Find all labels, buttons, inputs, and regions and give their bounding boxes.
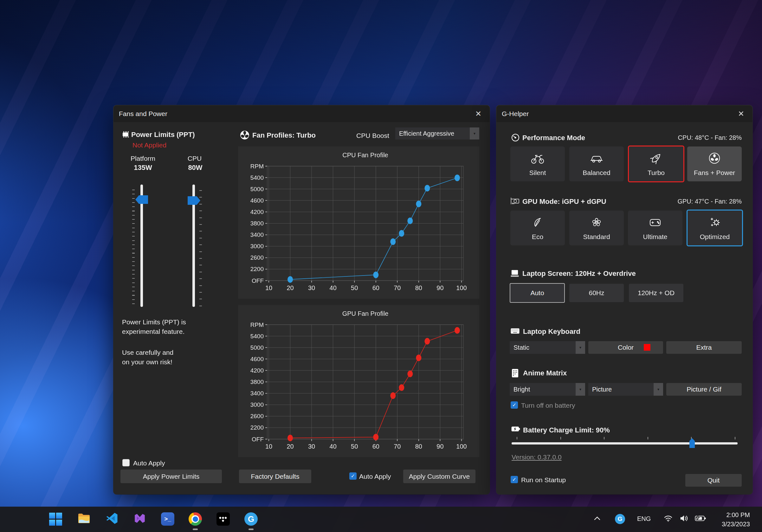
power-auto-apply-label: Auto Apply — [133, 459, 165, 467]
ghelper-icon: G — [244, 512, 258, 526]
laptop-keyboard-heading: Laptop Keyboard — [523, 328, 580, 336]
curve-point[interactable] — [390, 238, 396, 245]
chevron-down-icon[interactable]: ▾ — [575, 383, 585, 396]
tray-battery[interactable] — [693, 512, 708, 526]
close-icon[interactable]: ✕ — [471, 108, 485, 120]
taskbar-terminal[interactable]: >_ — [161, 512, 175, 526]
curve-point[interactable] — [373, 434, 378, 440]
curve-point[interactable] — [399, 384, 404, 391]
svg-text:OFF: OFF — [252, 277, 264, 284]
curve-point[interactable] — [407, 371, 413, 377]
mode-button-label: Silent — [529, 169, 546, 177]
curve-point[interactable] — [416, 201, 421, 207]
svg-text:70: 70 — [394, 284, 401, 291]
screen-button-120hz-od[interactable]: 120Hz + OD — [629, 284, 683, 302]
svg-text:3800: 3800 — [251, 220, 264, 227]
tray-wifi[interactable] — [662, 512, 674, 526]
screen-button-60hz[interactable]: 60Hz — [569, 284, 624, 302]
battery-slider-track[interactable] — [511, 442, 737, 444]
chevron-down-icon[interactable]: ▾ — [470, 127, 479, 139]
curve-point[interactable] — [455, 175, 460, 181]
tray-ghelper-icon[interactable]: G — [614, 512, 626, 526]
bulb-gear-icon — [708, 215, 722, 229]
cpu-fan-chart[interactable]: CPU Fan ProfileRPM5400500046004200380034… — [238, 146, 479, 300]
curve-point[interactable] — [287, 276, 293, 283]
gauge-icon — [511, 133, 520, 143]
cpu-boost-label: CPU Boost — [356, 132, 389, 139]
gpu-button-label: Eco — [532, 233, 543, 241]
ghelper-titlebar[interactable]: G-Helper — [496, 105, 752, 122]
curve-point[interactable] — [407, 217, 413, 224]
ppt-warning-line4: on your own risk! — [122, 358, 173, 366]
fans-window-titlebar[interactable]: Fans and Power — [114, 105, 490, 122]
curve-point[interactable] — [455, 327, 460, 334]
mode-button-fans-power[interactable]: Fans + Power — [687, 146, 742, 181]
gpu-button-standard[interactable]: Standard — [569, 210, 624, 245]
curve-point[interactable] — [424, 185, 430, 191]
svg-text:3000: 3000 — [251, 401, 264, 408]
version-link-text[interactable]: Version: 0.37.0.0 — [511, 453, 562, 461]
svg-text:3800: 3800 — [251, 379, 264, 385]
apply-custom-curve-button[interactable]: Apply Custom Curve — [403, 470, 476, 483]
gpu-button-eco[interactable]: Eco — [510, 210, 565, 245]
svg-text:90: 90 — [436, 284, 443, 291]
screen-button-auto[interactable]: Auto — [510, 283, 565, 303]
gpu-fan-profile[interactable]: GPU Fan ProfileRPM5400500046004200380034… — [238, 305, 479, 457]
taskbar-file-explorer[interactable] — [77, 512, 91, 526]
mode-button-silent[interactable]: Silent — [510, 146, 565, 181]
chevron-down-icon[interactable]: ▾ — [575, 341, 585, 354]
curve-auto-apply-checkbox[interactable]: ✓ — [349, 472, 356, 480]
battery-slider-thumb[interactable] — [689, 438, 695, 448]
curve-point[interactable] — [390, 392, 396, 399]
cpu-fan-profile[interactable]: CPU Fan ProfileRPM5400500046004200380034… — [238, 146, 479, 299]
cpu-boost-dropdown[interactable]: Efficient Aggressive ▾ — [395, 127, 479, 139]
chevron-down-icon[interactable]: ▾ — [653, 383, 663, 396]
curve-point[interactable] — [399, 230, 404, 237]
cpu-slider-thumb[interactable] — [188, 196, 200, 205]
gpu-temp-status: GPU: 47°C - Fan: 28% — [677, 198, 742, 205]
svg-text:3000: 3000 — [251, 243, 264, 250]
taskbar-vscode[interactable] — [105, 512, 119, 526]
cpu-fan-chart-panel: CPU Fan ProfileRPM5400500046004200380034… — [238, 146, 479, 299]
chip-icon — [121, 130, 130, 140]
svg-text:80: 80 — [415, 443, 422, 450]
mode-button-balanced[interactable]: Balanced — [569, 146, 624, 181]
matrix-mode-dropdown[interactable]: Picture ▾ — [588, 383, 663, 396]
matrix-battery-checkbox-label: Turn off on battery — [521, 402, 575, 409]
tray-language[interactable]: ENG — [637, 515, 651, 522]
keyboard-color-button[interactable]: Color — [588, 341, 663, 354]
curve-point[interactable] — [373, 271, 378, 278]
taskbar-chrome[interactable] — [188, 512, 202, 526]
taskbar-tidal[interactable]: ◆◆◆◆ — [216, 512, 230, 526]
matrix-picture-gif-button[interactable]: Picture / Gif — [666, 383, 742, 396]
wifi-icon — [663, 514, 673, 523]
matrix-battery-checkbox[interactable]: ✓ — [511, 401, 518, 409]
gpu-button-ultimate[interactable]: Ultimate — [628, 210, 682, 245]
mode-button-turbo[interactable]: Turbo — [628, 145, 684, 182]
factory-defaults-button[interactable]: Factory Defaults — [239, 470, 311, 483]
power-auto-apply-checkbox[interactable] — [122, 459, 130, 466]
start-button[interactable] — [48, 512, 62, 526]
tray-clock[interactable]: 2:00 PM 3/23/2023 — [722, 510, 750, 529]
curve-point[interactable] — [287, 435, 293, 441]
version-link[interactable]: Version: 0.37.0.0 — [511, 453, 562, 461]
run-on-startup-checkbox[interactable]: ✓ — [511, 476, 518, 483]
taskbar-ghelper[interactable]: G — [244, 512, 258, 526]
keyboard-extra-button[interactable]: Extra — [666, 341, 742, 354]
close-icon[interactable]: ✕ — [734, 108, 748, 120]
curve-point[interactable] — [416, 354, 421, 361]
tray-chevron-up[interactable] — [591, 512, 603, 526]
gpu-fan-chart[interactable]: GPU Fan ProfileRPM5400500046004200380034… — [238, 305, 479, 458]
quit-button[interactable]: Quit — [685, 474, 742, 487]
keyboard-mode-dropdown[interactable]: Static ▾ — [510, 341, 585, 354]
svg-text:RPM: RPM — [251, 163, 264, 170]
gpu-button-optimized[interactable]: Optimized — [687, 209, 743, 246]
apply-power-limits-button[interactable]: Apply Power Limits — [120, 470, 222, 483]
platform-slider-thumb[interactable] — [135, 195, 148, 204]
cpu-slider-label: CPU — [176, 155, 214, 162]
visual-studio-icon — [133, 512, 146, 526]
matrix-brightness-dropdown[interactable]: Bright ▾ — [510, 383, 585, 396]
curve-point[interactable] — [424, 338, 430, 344]
taskbar-visual-studio[interactable] — [133, 512, 147, 526]
tray-volume[interactable] — [677, 512, 691, 526]
